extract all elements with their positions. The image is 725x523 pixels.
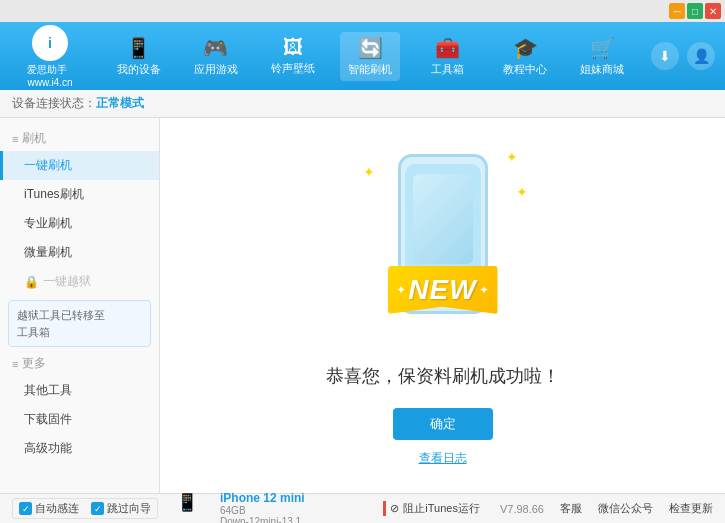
guide-cb-box[interactable]: ✓ bbox=[91, 502, 104, 515]
customer-service-link[interactable]: 客服 bbox=[560, 501, 582, 516]
sidebar: ≡ 刷机 一键刷机 iTunes刷机 专业刷机 微量刷机 🔒 一键越狱 越狱工具… bbox=[0, 118, 160, 493]
sidebar-item-one-click-flash[interactable]: 一键刷机 bbox=[0, 151, 159, 180]
close-button[interactable]: ✕ bbox=[705, 3, 721, 19]
my-device-icon: 📱 bbox=[126, 36, 151, 60]
one-click-flash-label: 一键刷机 bbox=[24, 158, 72, 172]
auto-connect-label: 自动感连 bbox=[35, 501, 79, 516]
advanced-label: 高级功能 bbox=[24, 441, 72, 455]
version-text: V7.98.66 bbox=[500, 503, 544, 515]
nav-item-my-device[interactable]: 📱 我的设备 bbox=[109, 32, 169, 81]
sidebar-section-flash[interactable]: ≡ 刷机 bbox=[0, 126, 159, 151]
success-illustration: ✦ ✦ ✦ ✦ NEW ✦ bbox=[353, 144, 533, 344]
smart-shop-icon: 🔄 bbox=[358, 36, 383, 60]
sparkle-2-icon: ✦ bbox=[506, 149, 518, 165]
more-section-label: 更多 bbox=[22, 355, 46, 372]
new-star-left: ✦ bbox=[396, 283, 406, 297]
check-update-link[interactable]: 检查更新 bbox=[669, 501, 713, 516]
minimize-button[interactable]: ─ bbox=[669, 3, 685, 19]
apps-games-label: 应用游戏 bbox=[194, 62, 238, 77]
status-label: 设备连接状态： bbox=[12, 95, 96, 112]
nav-item-store[interactable]: 🛒 姐妹商城 bbox=[572, 32, 632, 81]
nav-item-apps-games[interactable]: 🎮 应用游戏 bbox=[186, 32, 246, 81]
download-fw-label: 下载固件 bbox=[24, 412, 72, 426]
sidebar-section-jailbreak: 🔒 一键越狱 bbox=[0, 267, 159, 296]
nav-right: ⬇ 👤 bbox=[641, 42, 725, 70]
tutorial-label: 教程中心 bbox=[503, 62, 547, 77]
itunes-flash-label: iTunes刷机 bbox=[24, 187, 84, 201]
sidebar-item-other-tools[interactable]: 其他工具 bbox=[0, 376, 159, 405]
logo-area: i 爱思助手 www.i4.cn bbox=[0, 25, 100, 88]
flash-section-icon: ≡ bbox=[12, 133, 18, 145]
log-link[interactable]: 查看日志 bbox=[419, 450, 467, 467]
auto-connect-check-icon: ✓ bbox=[22, 504, 30, 514]
phone-screen-inner bbox=[413, 174, 473, 264]
device-info: iPhone 12 mini 64GB Down-12mini-13,1 bbox=[220, 491, 305, 524]
itunes-notice-text: 阻止iTunes运行 bbox=[403, 501, 480, 516]
toolbox-label: 工具箱 bbox=[431, 62, 464, 77]
jailbreak-section-label: 一键越狱 bbox=[43, 273, 91, 290]
store-label: 姐妹商城 bbox=[580, 62, 624, 77]
title-bar: ─ □ ✕ bbox=[0, 0, 725, 22]
sparkle-1-icon: ✦ bbox=[363, 164, 375, 180]
other-tools-label: 其他工具 bbox=[24, 383, 72, 397]
jailbreak-notice: 越狱工具已转移至 工具箱 bbox=[8, 300, 151, 347]
nav-items: 📱 我的设备 🎮 应用游戏 🖼 铃声壁纸 🔄 智能刷机 🧰 工具箱 🎓 教程中心… bbox=[100, 22, 641, 90]
auto-connect-cb-box[interactable]: ✓ bbox=[19, 502, 32, 515]
itunes-notice-icon: ⊘ bbox=[390, 502, 399, 515]
store-icon: 🛒 bbox=[590, 36, 615, 60]
jailbreak-notice-text: 越狱工具已转移至 工具箱 bbox=[17, 309, 105, 338]
toolbox-icon: 🧰 bbox=[435, 36, 460, 60]
guide-label: 跳过向导 bbox=[107, 501, 151, 516]
wallpaper-label: 铃声壁纸 bbox=[271, 61, 315, 76]
confirm-button[interactable]: 确定 bbox=[393, 408, 493, 440]
smart-shop-label: 智能刷机 bbox=[348, 62, 392, 77]
sparkle-3-icon: ✦ bbox=[516, 184, 528, 200]
download-button[interactable]: ⬇ bbox=[651, 42, 679, 70]
main-layout: ≡ 刷机 一键刷机 iTunes刷机 专业刷机 微量刷机 🔒 一键越狱 越狱工具… bbox=[0, 118, 725, 493]
sidebar-item-pro-flash[interactable]: 专业刷机 bbox=[0, 209, 159, 238]
nav-item-smart-shop[interactable]: 🔄 智能刷机 bbox=[340, 32, 400, 81]
content-area: ✦ ✦ ✦ ✦ NEW ✦ 恭喜您，保资料刷机成功啦！ 确定 查看日志 bbox=[160, 118, 725, 493]
itunes-notice[interactable]: ⊘ 阻止iTunes运行 bbox=[383, 501, 480, 516]
bottom-bar: ✓ 自动感连 ✓ 跳过向导 📱 iPhone 12 mini 64GB Down… bbox=[0, 493, 725, 523]
new-ribbon: ✦ NEW ✦ bbox=[388, 266, 498, 314]
guide-checkbox[interactable]: ✓ 跳过向导 bbox=[91, 501, 151, 516]
sidebar-item-download-fw[interactable]: 下载固件 bbox=[0, 405, 159, 434]
bottom-right: V7.98.66 客服 微信公众号 检查更新 bbox=[500, 501, 713, 516]
status-bar: 设备连接状态： 正常模式 bbox=[0, 90, 725, 118]
apps-games-icon: 🎮 bbox=[203, 36, 228, 60]
status-value: 正常模式 bbox=[96, 95, 144, 112]
nav-item-toolbox[interactable]: 🧰 工具箱 bbox=[418, 32, 478, 81]
logo-text: 爱思助手 www.i4.cn bbox=[27, 63, 72, 88]
device-firmware: Down-12mini-13,1 bbox=[220, 516, 305, 524]
website-text: www.i4.cn bbox=[27, 77, 72, 88]
user-button[interactable]: 👤 bbox=[687, 42, 715, 70]
nav-item-tutorial[interactable]: 🎓 教程中心 bbox=[495, 32, 555, 81]
sidebar-section-more[interactable]: ≡ 更多 bbox=[0, 351, 159, 376]
sidebar-item-advanced[interactable]: 高级功能 bbox=[0, 434, 159, 463]
my-device-label: 我的设备 bbox=[117, 62, 161, 77]
maximize-button[interactable]: □ bbox=[687, 3, 703, 19]
wallpaper-icon: 🖼 bbox=[283, 36, 303, 59]
sidebar-item-micro-flash[interactable]: 微量刷机 bbox=[0, 238, 159, 267]
new-star-right: ✦ bbox=[479, 283, 489, 297]
device-phone-icon: 📱 bbox=[176, 491, 198, 513]
pro-flash-label: 专业刷机 bbox=[24, 216, 72, 230]
app-name-text: 爱思助手 bbox=[27, 64, 67, 75]
device-storage: 64GB bbox=[220, 505, 305, 516]
logo-circle-text: i bbox=[48, 35, 52, 51]
flash-section-label: 刷机 bbox=[22, 130, 46, 147]
nav-item-wallpaper[interactable]: 🖼 铃声壁纸 bbox=[263, 32, 323, 80]
success-title: 恭喜您，保资料刷机成功啦！ bbox=[326, 364, 560, 388]
new-badge-text: NEW bbox=[408, 274, 476, 306]
micro-flash-label: 微量刷机 bbox=[24, 245, 72, 259]
auto-connect-checkbox[interactable]: ✓ 自动感连 bbox=[19, 501, 79, 516]
sidebar-item-itunes-flash[interactable]: iTunes刷机 bbox=[0, 180, 159, 209]
tutorial-icon: 🎓 bbox=[513, 36, 538, 60]
wechat-official-link[interactable]: 微信公众号 bbox=[598, 501, 653, 516]
more-section-icon: ≡ bbox=[12, 358, 18, 370]
lock-icon: 🔒 bbox=[24, 275, 39, 289]
top-nav: i 爱思助手 www.i4.cn 📱 我的设备 🎮 应用游戏 🖼 铃声壁纸 🔄 … bbox=[0, 22, 725, 90]
guide-check-icon: ✓ bbox=[94, 504, 102, 514]
logo-icon: i bbox=[32, 25, 68, 61]
